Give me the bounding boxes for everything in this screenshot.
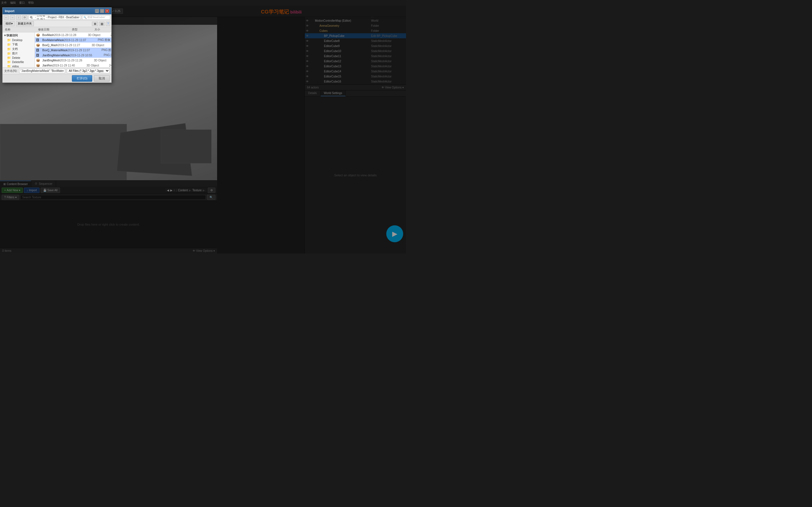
file-name: JianBingMesh — [42, 59, 60, 62]
sidebar-item-deletefile[interactable]: 📁Deletefile — [3, 60, 35, 64]
dialog-columns: 名称 修改日期 类型 大小 — [3, 27, 111, 33]
file-modified-date: 2019-11-29 10:55 — [70, 54, 104, 57]
search-icon: 🔍 — [84, 16, 87, 19]
file-type-icon: 📦 — [36, 64, 42, 67]
file-size: 24 KB — [109, 64, 111, 67]
file-name: JianRen — [42, 64, 53, 67]
list-item[interactable]: 📦 BoxMash 2019-11-29 11:28 3D Object 28 … — [35, 33, 111, 38]
file-name: BoxQ_MaterialMask — [42, 49, 68, 52]
folder-icon-desktop: 📁 — [7, 38, 11, 42]
nav-refresh-btn[interactable]: ⟳ — [22, 15, 28, 20]
file-type: 3D Object — [92, 44, 111, 47]
dialog-action-bar: 打开(O) 取消 — [3, 74, 111, 82]
file-name: BoxMash — [42, 34, 54, 37]
file-type-icon: 📦 — [36, 33, 42, 37]
sidebar-item-images[interactable]: 📁图片 — [3, 51, 35, 56]
file-type: PNG 图像 — [98, 38, 111, 42]
file-modified-date: 2019-11-29 11:07 — [64, 39, 98, 42]
search-placeholder: 搜索'BeatSaber' — [87, 15, 105, 19]
dialog-titlebar: Import _ □ ✕ — [3, 8, 111, 14]
list-item[interactable]: 📦 JianRen 2019-11-29 11:40 3D Object 24 … — [35, 63, 111, 67]
file-modified-date: 2019-11-29 11:40 — [53, 64, 87, 67]
file-type-icon: 📦 — [36, 59, 42, 62]
file-modified-date: 2019-11-29 11:26 — [60, 59, 94, 62]
help-btn[interactable]: ? — [106, 22, 110, 26]
file-type: 3D Object — [88, 34, 110, 37]
folder-icon-docs: 📁 — [7, 47, 11, 51]
list-item[interactable]: 🖼 BoxMaterialMask 2019-11-29 11:07 PNG 图… — [35, 38, 111, 43]
list-item[interactable]: 🖼 BoxQ_MaterialMask 2019-11-29 11:07 PNG… — [35, 48, 111, 53]
maximize-btn[interactable]: □ — [100, 9, 104, 13]
sidebar-item-vidou[interactable]: 📁vidou — [3, 64, 35, 67]
sidebar-quick-access: ▾ 快速访问 📁Desktop 📁下载 📁文档 📁图片 📁Delete — [3, 33, 35, 67]
col-modified-header[interactable]: 修改日期 — [37, 27, 71, 32]
dialog-sidebar: ▾ 快速访问 📁Desktop 📁下载 📁文档 📁图片 📁Delete — [3, 33, 35, 67]
nav-forward-btn[interactable]: → — [10, 15, 15, 20]
sidebar-item-downloads[interactable]: 📁下载 — [3, 42, 35, 47]
filename-input[interactable] — [19, 68, 65, 73]
import-dialog: Import _ □ ✕ ← → ↑ ⟳ 此电脑 › 工程项目 (E:) › P… — [2, 7, 112, 83]
close-btn[interactable]: ✕ — [105, 9, 109, 13]
file-name: BoxQ_Mash — [42, 44, 58, 47]
file-modified-date: 2019-11-29 11:27 — [58, 44, 92, 47]
minimize-btn[interactable]: _ — [95, 9, 99, 13]
dialog-breadcrumb[interactable]: 此电脑 › 工程项目 (E:) › Project › FBX › BeatSa… — [29, 15, 81, 20]
file-type: 3D Object — [94, 59, 111, 62]
list-item[interactable]: 📦 JianBingMesh 2019-11-29 11:26 3D Objec… — [35, 58, 111, 63]
col-name-header[interactable]: 名称 — [4, 27, 37, 32]
file-modified-date: 2019-11-29 11:28 — [54, 34, 88, 37]
bc-computer[interactable]: 此电脑 — [30, 15, 35, 20]
file-modified-date: 2019-11-29 11:07 — [68, 49, 101, 52]
dialog-file-toolbar: 组织▾ 新建文件夹 ⊞ ▤ ? — [3, 20, 111, 27]
file-type-icon: 🖼 — [36, 38, 42, 42]
view-toggle-btn[interactable]: ⊞ — [92, 22, 98, 26]
file-type: PNG 图像 — [104, 53, 111, 57]
file-name: BoxMaterialMask — [42, 39, 64, 42]
dialog-search[interactable]: 🔍 搜索'BeatSaber' — [82, 15, 110, 20]
new-folder-btn[interactable]: 新建文件夹 — [16, 21, 34, 26]
bc-fbx[interactable]: FBX — [59, 16, 64, 19]
open-btn[interactable]: 打开(O) — [72, 75, 92, 82]
dialog-filename-bar: 文件名(N): All Files (*.3g2;*.3gp;*.3gpp; — [3, 67, 111, 74]
dialog-file-list[interactable]: 📦 BoxMash 2019-11-29 11:28 3D Object 28 … — [35, 33, 111, 67]
file-type: PNG 图像 — [101, 48, 111, 52]
dialog-navbar: ← → ↑ ⟳ 此电脑 › 工程项目 (E:) › Project › FBX … — [3, 14, 111, 20]
file-type-icon: 🖼 — [36, 54, 42, 57]
folder-icon-images: 📁 — [7, 52, 11, 55]
list-item[interactable]: 🖼 JianBingMaterialMask 2019-11-29 10:55 … — [35, 53, 111, 58]
nav-back-btn[interactable]: ← — [4, 15, 9, 20]
view-details-btn[interactable]: ▤ — [99, 22, 105, 26]
bc-project-drive[interactable]: 工程项目 (E:) — [37, 15, 46, 20]
dialog-controls: _ □ ✕ — [95, 9, 109, 13]
nav-up-btn[interactable]: ↑ — [16, 15, 21, 20]
sidebar-header-quick-access[interactable]: ▾ 快速访问 — [3, 33, 35, 38]
filetype-select[interactable]: All Files (*.3g2;*.3gp;*.3gpp; — [67, 68, 110, 73]
bc-project[interactable]: Project — [48, 16, 56, 19]
sidebar-item-docs[interactable]: 📁文档 — [3, 47, 35, 51]
file-size: 28 KB — [110, 34, 111, 37]
folder-icon-delete: 📁 — [7, 56, 11, 60]
organize-btn[interactable]: 组织▾ — [4, 21, 15, 26]
col-size-header[interactable]: 大小 — [93, 27, 110, 32]
dialog-title: Import — [5, 9, 14, 13]
file-type: 3D Object — [87, 64, 109, 67]
folder-icon-downloads: 📁 — [7, 43, 11, 47]
dialog-body: ▾ 快速访问 📁Desktop 📁下载 📁文档 📁图片 📁Delete — [3, 33, 111, 67]
file-name: JianBingMaterialMask — [42, 54, 70, 57]
filename-label: 文件名(N): — [4, 69, 17, 73]
file-type-icon: 🖼 — [36, 48, 42, 52]
list-item[interactable]: 📦 BoxQ_Mash 2019-11-29 11:27 3D Object 2… — [35, 43, 111, 48]
sidebar-item-delete[interactable]: 📁Delete — [3, 56, 35, 60]
file-type-icon: 📦 — [36, 43, 42, 47]
sidebar-item-desktop[interactable]: 📁Desktop — [3, 38, 35, 42]
bc-beatsaber[interactable]: BeatSaber — [66, 16, 80, 19]
folder-icon-deletefile: 📁 — [7, 60, 11, 64]
cancel-btn[interactable]: 取消 — [94, 75, 110, 82]
col-type-header[interactable]: 类型 — [71, 27, 93, 32]
folder-icon-vidou: 📁 — [7, 64, 11, 67]
